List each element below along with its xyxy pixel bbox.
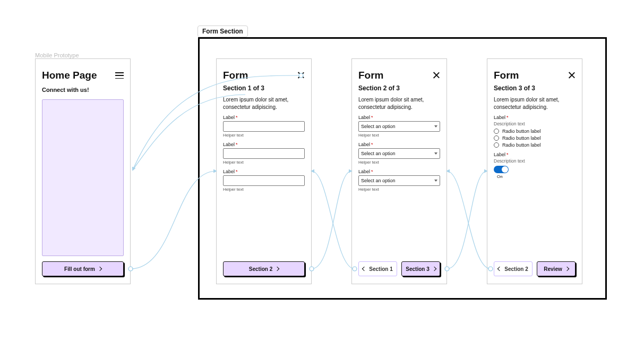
chevron-right-icon (275, 267, 279, 271)
toggle-switch[interactable] (494, 166, 509, 173)
toggle-caption: On (497, 174, 576, 179)
chevron-right-icon (432, 267, 436, 271)
form-title: Form (358, 70, 440, 81)
hero-tile (42, 99, 124, 256)
text-input[interactable] (223, 148, 305, 159)
screen-form-3: Form Section 3 of 3 Lorem ipsum dolor si… (487, 58, 582, 284)
chevron-down-icon (434, 152, 437, 155)
section-heading: Section 1 of 3 (223, 84, 305, 92)
text-input[interactable] (223, 175, 305, 186)
prev-button[interactable]: Section 1 (358, 261, 397, 276)
page-title: Home Page (42, 70, 124, 81)
radio-option[interactable]: Radio button label (494, 135, 576, 141)
section-heading: Section 3 of 3 (494, 84, 576, 92)
menu-icon[interactable] (115, 72, 124, 79)
prev-button[interactable]: Section 2 (494, 261, 533, 276)
screen-form-1: Form Section 1 of 3 Lorem ipsum dolor si… (216, 58, 312, 284)
section-desc: Lorem ipsum dolor sit amet, consectetur … (358, 96, 440, 110)
section-badge: Form Section (198, 26, 248, 37)
select-input[interactable]: Select an option (358, 148, 440, 159)
select-input[interactable]: Select an option (358, 121, 440, 132)
home-subhead: Connect with us! (42, 87, 124, 93)
screen-home: Home Page Connect with us! Fill out form (35, 58, 131, 284)
radio-option[interactable]: Radio button label (494, 142, 576, 148)
form-title: Form (223, 70, 305, 81)
next-button[interactable]: Review (537, 261, 576, 276)
screen-form-2: Form Section 2 of 3 Lorem ipsum dolor si… (351, 58, 447, 284)
next-button[interactable]: Section 2 (223, 261, 305, 276)
chevron-left-icon (497, 267, 502, 271)
text-input[interactable] (223, 121, 305, 132)
home-title-text: Home Page (42, 70, 97, 81)
chevron-right-icon (564, 267, 569, 271)
close-icon[interactable] (568, 72, 576, 79)
form-title: Form (494, 70, 576, 81)
section-desc: Lorem ipsum dolor sit amet, consectetur … (494, 96, 576, 110)
close-icon[interactable] (297, 72, 305, 79)
group-label: Mobile Prototype (35, 52, 79, 58)
section-desc: Lorem ipsum dolor sit amet, consectetur … (223, 96, 305, 110)
chevron-down-icon (434, 125, 437, 128)
chevron-right-icon (98, 267, 102, 271)
select-input[interactable]: Select an option (358, 175, 440, 186)
section-heading: Section 2 of 3 (358, 84, 440, 92)
chevron-down-icon (434, 180, 437, 182)
chevron-left-icon (362, 267, 366, 271)
fill-out-form-button[interactable]: Fill out form (42, 261, 124, 276)
close-icon[interactable] (433, 72, 440, 79)
radio-option[interactable]: Radio button label (494, 129, 576, 134)
next-button[interactable]: Section 3 (401, 261, 440, 276)
fill-out-form-label: Fill out form (64, 266, 95, 272)
